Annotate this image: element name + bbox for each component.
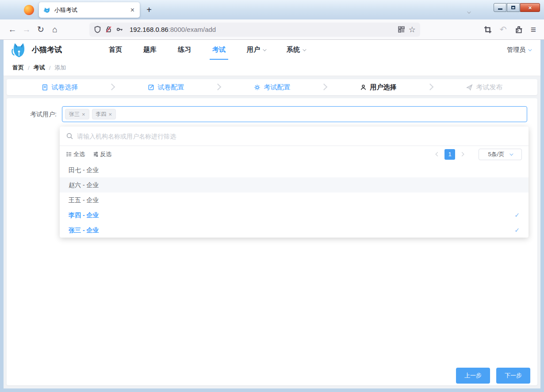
home-button[interactable]: ⌂ [48, 23, 62, 36]
user-select-dropdown: 全选 反选 1 5条/页 [60, 127, 529, 238]
search-icon [66, 132, 73, 140]
admin-menu[interactable]: 管理员 [507, 46, 533, 54]
new-tab-button[interactable]: + [143, 4, 155, 15]
nav-exam[interactable]: 考试 [202, 40, 236, 60]
step-paper-select[interactable]: 试卷选择 [7, 83, 113, 92]
maximize-button[interactable] [507, 3, 520, 12]
dropdown-toolbar: 全选 反选 1 5条/页 [60, 146, 529, 162]
breadcrumb-exam[interactable]: 考试 [34, 64, 45, 72]
wizard-footer: 上一步 下一步 [456, 368, 530, 384]
bookmark-star-icon[interactable]: ☆ [409, 25, 416, 35]
chevron-down-icon [263, 47, 266, 51]
step-exam-publish[interactable]: 考试发布 [431, 83, 537, 92]
favicon-cat-icon [43, 6, 51, 14]
reload-button[interactable]: ↻ [34, 23, 48, 36]
check-icon: ✓ [514, 223, 520, 238]
page-body: 试卷选择 试卷配置 考试配置 用户选择 考试发布 [4, 76, 540, 388]
step-exam-config[interactable]: 考试配置 [219, 83, 325, 92]
invert-select-icon [93, 151, 99, 157]
select-all-icon [66, 151, 72, 157]
check-icon: ✓ [514, 208, 520, 223]
select-all-button[interactable]: 全选 [66, 150, 85, 158]
admin-label: 管理员 [507, 46, 525, 54]
chevron-down-icon [303, 47, 306, 51]
next-step-button[interactable]: 下一步 [496, 368, 530, 384]
breadcrumb: 首页 / 考试 / 添加 [4, 60, 540, 76]
app-title: 小猫考试 [32, 45, 62, 55]
gear-icon [254, 84, 261, 91]
user-option-selected[interactable]: 李四 - 企业✓ [60, 208, 529, 223]
steps-bar: 试卷选择 试卷配置 考试配置 用户选择 考试发布 [7, 79, 537, 95]
nav-user[interactable]: 用户 [236, 40, 276, 60]
menu-hamburger-icon[interactable]: ≡ [531, 24, 536, 35]
exam-users-select[interactable]: 张三 × 李四 × [62, 106, 527, 122]
user-tag: 张三 × [65, 109, 89, 119]
prev-step-button[interactable]: 上一步 [456, 368, 490, 384]
screenshot-crop-icon[interactable] [484, 26, 492, 34]
nav-system[interactable]: 系统 [276, 40, 316, 60]
exam-users-row: 考试用户: 张三 × 李四 × [7, 106, 537, 122]
document-icon [42, 84, 48, 91]
minimize-button[interactable] [494, 3, 506, 12]
url-host: 192.168.0.86 [130, 26, 169, 33]
browser-tab[interactable]: 小猫考试 × [39, 2, 140, 18]
invert-select-button[interactable]: 反选 [93, 150, 111, 158]
breadcrumb-separator: / [28, 65, 30, 71]
tab-close-icon[interactable]: × [130, 7, 135, 14]
qr-code-icon[interactable] [398, 26, 405, 33]
lock-insecure-icon[interactable] [105, 26, 112, 33]
breadcrumb-home[interactable]: 首页 [12, 64, 24, 72]
nav-home[interactable]: 首页 [98, 40, 133, 60]
dropdown-search-row [60, 127, 529, 146]
chevron-down-icon [528, 47, 532, 51]
nav-question-bank[interactable]: 题库 [133, 40, 167, 60]
maximize-icon [511, 6, 515, 9]
user-option[interactable]: 赵六 - 企业 [60, 177, 529, 192]
user-option[interactable]: 王五 - 企业 [60, 192, 529, 208]
step-user-select[interactable]: 用户选择 [325, 83, 431, 92]
close-icon: × [529, 5, 532, 11]
nav-practice[interactable]: 练习 [167, 40, 202, 60]
url-text: 192.168.0.86:8000/exam/add [130, 26, 394, 33]
user-tag: 李四 × [92, 109, 116, 119]
browser-toolbar: ← → ↻ ⌂ 192.168.0.86:8000/exam/add ☆ ↶ [0, 19, 544, 40]
chevron-down-icon [510, 152, 513, 155]
app-logo-icon [11, 41, 27, 59]
firefox-icon[interactable] [24, 5, 34, 15]
window-titlebar: 小猫考试 × + × [0, 0, 544, 19]
tag-close-icon[interactable]: × [82, 111, 85, 118]
prev-page-icon[interactable] [436, 152, 440, 157]
page-size-value: 5条/页 [488, 150, 505, 158]
minimize-icon [498, 8, 502, 10]
tag-label: 张三 [69, 111, 80, 118]
page-number[interactable]: 1 [444, 149, 455, 160]
app-header: 小猫考试 首页 题库 练习 考试 用户 系统 管理员 [4, 40, 540, 60]
breadcrumb-current: 添加 [54, 64, 66, 72]
user-option[interactable]: 田七 - 企业 [60, 162, 529, 177]
page-size-select[interactable]: 5条/页 [479, 149, 522, 160]
undo-icon[interactable]: ↶ [500, 24, 507, 35]
form-card: 考试用户: 张三 × 李四 × [7, 98, 537, 385]
pagination: 1 5条/页 [436, 149, 522, 160]
forward-button[interactable]: → [19, 23, 34, 36]
main-nav: 首页 题库 练习 考试 用户 系统 [98, 40, 316, 60]
step-paper-config[interactable]: 试卷配置 [113, 83, 219, 92]
tab-list-chevron-icon[interactable] [467, 8, 470, 15]
tab-title: 小猫考试 [54, 6, 130, 14]
url-bar[interactable]: 192.168.0.86:8000/exam/add ☆ [89, 23, 420, 37]
back-button[interactable]: ← [5, 23, 19, 36]
close-button[interactable]: × [520, 3, 540, 12]
key-icon[interactable] [116, 26, 123, 33]
next-page-icon[interactable] [460, 152, 464, 157]
send-icon [466, 84, 473, 91]
tag-close-icon[interactable]: × [109, 111, 112, 118]
edit-document-icon [148, 84, 154, 91]
exam-users-label: 考试用户: [7, 106, 62, 122]
breadcrumb-separator: / [49, 65, 51, 71]
user-option-selected[interactable]: 张三 - 企业✓ [60, 223, 529, 238]
user-filter-input[interactable] [77, 133, 522, 140]
extensions-puzzle-icon[interactable] [515, 26, 523, 34]
page-viewport: 小猫考试 首页 题库 练习 考试 用户 系统 管理员 首页 / 考试 / 添加 … [0, 40, 544, 392]
user-icon [360, 84, 367, 91]
shield-icon[interactable] [94, 26, 101, 33]
